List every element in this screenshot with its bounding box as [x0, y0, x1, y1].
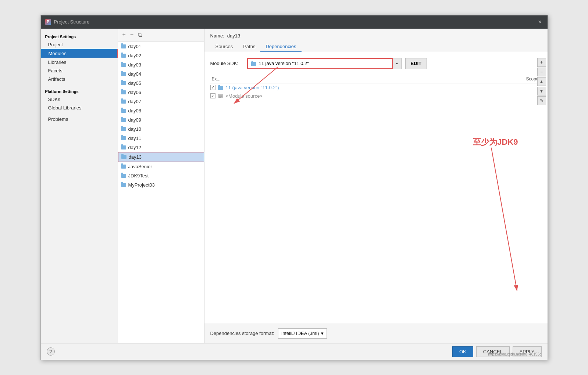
sidebar-item-problems[interactable]: Problems: [41, 115, 118, 123]
module-item-day08[interactable]: day08: [118, 106, 204, 115]
module-name: day10: [128, 126, 141, 132]
module-item-day12[interactable]: day12: [118, 143, 204, 152]
folder-icon: [121, 118, 126, 122]
module-name: JDK9Test: [128, 173, 149, 179]
module-name: day01: [128, 44, 141, 49]
dep-row-sdk: ✓ 11 (java version "11.0.2"): [210, 83, 542, 92]
dep-edit-button[interactable]: ✎: [537, 96, 546, 105]
folder-icon: [121, 44, 126, 48]
sidebar: Project Settings Project Modules Librari…: [41, 29, 118, 343]
sidebar-item-project[interactable]: Project: [41, 40, 118, 49]
sdk-select-wrapper: 11 java version "11.0.2" ▾: [247, 58, 402, 69]
dep-storage-label: Dependencies storage format:: [210, 331, 274, 336]
dep-table-body: ✓ 11 (java version "11.0.2"): [210, 83, 542, 318]
sidebar-item-artifacts[interactable]: Artifacts: [41, 75, 118, 83]
module-name: MyProject03: [128, 182, 155, 188]
main-content: Name: day13 Sources Paths Dependencies: [204, 29, 548, 343]
dep-storage-value: IntelliJ IDEA (.iml): [281, 331, 319, 336]
main-header: Name: day13 Sources Paths Dependencies: [204, 29, 548, 52]
module-item-javasenior[interactable]: JavaSenior: [118, 162, 204, 171]
title-bar: P Project Structure ×: [41, 15, 548, 29]
dialog-body: Project Settings Project Modules Librari…: [41, 29, 548, 343]
tab-dependencies[interactable]: Dependencies: [260, 42, 301, 52]
sdk-select[interactable]: 11 java version "11.0.2": [247, 58, 393, 69]
folder-icon: [121, 90, 126, 94]
module-item-day11[interactable]: day11: [118, 134, 204, 143]
module-name: day03: [128, 62, 141, 68]
tabs: Sources Paths Dependencies: [210, 42, 542, 52]
module-item-day10[interactable]: day10: [118, 125, 204, 134]
module-item-day13[interactable]: day13: [118, 152, 204, 162]
close-button[interactable]: ×: [537, 19, 543, 25]
folder-sdk-icon: [251, 61, 257, 66]
sdk-value: 11 java version "11.0.2": [259, 61, 309, 66]
module-item-jdk9test[interactable]: JDK9Test: [118, 171, 204, 180]
module-name: day09: [128, 117, 141, 123]
module-item-day05[interactable]: day05: [118, 79, 204, 88]
annotation-text: 至少为JDK9: [473, 137, 518, 148]
remove-module-button[interactable]: −: [129, 31, 135, 39]
col-header-scope: Scope: [505, 76, 542, 82]
folder-icon: [121, 174, 126, 178]
help-button[interactable]: ?: [47, 347, 55, 356]
edit-button[interactable]: EDIT: [405, 58, 427, 69]
tab-paths[interactable]: Paths: [238, 42, 260, 52]
dep-storage-row: Dependencies storage format: IntelliJ ID…: [204, 324, 548, 343]
name-value: day13: [227, 33, 240, 39]
module-name: day12: [128, 145, 141, 150]
folder-icon: [121, 145, 126, 149]
sidebar-item-sdks[interactable]: SDKs: [41, 95, 118, 104]
module-name: day13: [129, 154, 142, 160]
col-header-ex: Ex...: [210, 76, 505, 82]
dialog-footer: ? OK CANCEL APPLY: [41, 343, 548, 360]
folder-icon: [121, 136, 126, 140]
module-item-day03[interactable]: day03: [118, 60, 204, 69]
dep-storage-select[interactable]: IntelliJ IDEA (.iml) ▾: [278, 328, 327, 339]
module-item-day02[interactable]: day02: [118, 51, 204, 60]
module-name: day06: [128, 90, 141, 95]
sdk-row-icon: [218, 85, 224, 90]
project-settings-label: Project Settings: [41, 32, 118, 40]
watermark: https://blog.csdn.net/m0_46153d: [488, 352, 541, 356]
module-item-day09[interactable]: day09: [118, 115, 204, 125]
name-row: Name: day13: [210, 33, 542, 39]
dep-remove-button[interactable]: −: [537, 68, 546, 76]
sidebar-item-libraries[interactable]: Libraries: [41, 58, 118, 66]
dep-storage-dropdown-icon: ▾: [321, 331, 324, 336]
add-module-button[interactable]: +: [121, 31, 127, 39]
sidebar-item-modules[interactable]: Modules: [41, 49, 118, 58]
dep-move-up-button[interactable]: ▲: [537, 77, 546, 86]
folder-icon: [121, 183, 126, 187]
dep-add-button[interactable]: +: [537, 58, 546, 67]
title-bar-left: P Project Structure: [45, 19, 90, 25]
module-name: day05: [128, 80, 141, 86]
dialog-title: Project Structure: [54, 19, 90, 25]
module-name: day02: [128, 53, 141, 58]
sdk-dropdown-button[interactable]: ▾: [393, 58, 402, 69]
copy-module-button[interactable]: ⧉: [136, 31, 143, 39]
dep-checkbox-sdk[interactable]: ✓: [210, 85, 215, 90]
ok-button[interactable]: OK: [452, 346, 473, 357]
module-item-day01[interactable]: day01: [118, 42, 204, 51]
platform-settings-label: Platform Settings: [41, 86, 118, 95]
folder-icon: [121, 81, 126, 85]
folder-icon: [121, 109, 126, 113]
tab-sources[interactable]: Sources: [210, 42, 238, 52]
footer-left: ?: [47, 347, 55, 356]
module-name: day08: [128, 108, 141, 113]
dep-move-down-button[interactable]: ▼: [537, 87, 546, 95]
module-list-toolbar: + − ⧉: [118, 29, 204, 42]
sidebar-divider-2: [41, 112, 118, 115]
module-item-day06[interactable]: day06: [118, 88, 204, 97]
module-item-day07[interactable]: day07: [118, 97, 204, 106]
module-source-icon: [218, 93, 224, 98]
dep-checkbox-module-source[interactable]: ✓: [210, 93, 215, 98]
dep-row-module-source: ✓ <Module source>: [210, 92, 542, 100]
module-item-day04[interactable]: day04: [118, 69, 204, 79]
folder-icon: [121, 72, 126, 76]
module-item-myproject03[interactable]: MyProject03: [118, 180, 204, 190]
sidebar-item-facets[interactable]: Facets: [41, 66, 118, 75]
sidebar-item-global-libraries[interactable]: Global Libraries: [41, 104, 118, 112]
svg-rect-2: [219, 96, 222, 97]
dep-table-header: Ex... Scope: [210, 75, 542, 83]
